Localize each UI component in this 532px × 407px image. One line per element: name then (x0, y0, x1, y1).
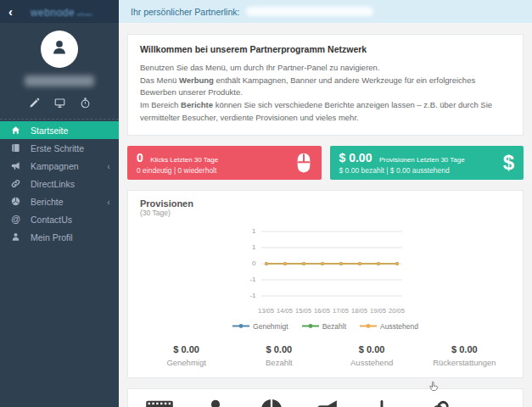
clicks-stat-card: 0 Klicks Letzten 30 Tage 0 eindeutig | 0… (127, 146, 322, 180)
links-chain-icon (412, 396, 468, 407)
chevron-left-icon: ‹ (107, 197, 110, 207)
shortcut-directlinks[interactable]: DirectLinks (412, 396, 468, 407)
y-tick-label: 1 (241, 243, 256, 251)
sidebar: StartseiteErste SchritteKampagnen‹Direct… (0, 23, 119, 407)
pie-chart-icon (10, 197, 21, 206)
y-tick-label: -1 (241, 292, 256, 299)
x-axis-labels: 13/0514/0515/0516/0517/0518/0519/0520/05 (260, 307, 404, 315)
legend-marker (232, 323, 249, 329)
summary-label: Genehmigt (140, 358, 232, 367)
legend-entry-genehmigt: Genehmigt (232, 322, 288, 331)
link-icon (10, 179, 21, 188)
legend-label: Ausstehend (380, 322, 418, 331)
summary-label: Ausstehend (326, 358, 418, 367)
clicks-value: 0 (137, 151, 143, 164)
sidebar-item-erste-schritte[interactable]: Erste Schritte (0, 139, 119, 157)
pencil-icon[interactable] (29, 98, 40, 109)
user-icon (188, 396, 244, 407)
summary-ausstehend: $ 0.00Ausstehend (326, 344, 418, 367)
at-icon: @ (10, 215, 21, 224)
sidebar-item-label: DirectLinks (31, 179, 110, 189)
video-icon (132, 396, 188, 407)
sidebar-item-label: ContactUs (31, 215, 110, 225)
sidebar-item-label: Berichte (31, 197, 107, 207)
summary-label: Bezahlt (232, 358, 325, 367)
summary-value: $ 0.00 (140, 344, 232, 354)
legend-label: Bezahlt (322, 322, 346, 331)
sidebar-item-label: Startseite (31, 125, 110, 136)
home-icon (10, 125, 21, 135)
x-tick-label: 15/05 (294, 307, 314, 315)
sidebar-item-label: Mein Profil (31, 232, 110, 243)
commissions-stat-card: $ 0.00 Provisionen Letzten 30 Tage $ 0.0… (330, 146, 524, 180)
shortcut-berichte[interactable]: Berichte (244, 396, 300, 407)
dollar-icon: $ (503, 151, 514, 175)
sidebar-item-startseite[interactable]: Startseite (0, 121, 119, 139)
pie-chart-icon (244, 396, 300, 407)
sidebar-item-label: Kampagnen (31, 161, 107, 171)
sidebar-item-label: Erste Schritte (31, 143, 110, 153)
shortcut-kampagnen[interactable]: Kampagnen (300, 396, 356, 407)
summary-label: Rückerstattungen (418, 358, 511, 367)
x-tick-label: 20/05 (387, 307, 407, 315)
legend-entry-ausstehend: Ausstehend (360, 322, 418, 331)
sidebar-header: ‹ webnodeaffiliate (0, 0, 119, 23)
topbar: Ihr persönlicher Partnerlink: (119, 0, 532, 23)
sidebar-item-kampagnen[interactable]: Kampagnen‹ (0, 157, 119, 175)
megaphone-icon (10, 161, 21, 170)
commissions-chart-card: Provisionen (30 Tage) 110-1-1 13/0514/05… (127, 190, 524, 378)
x-tick-label: 14/05 (275, 307, 295, 315)
x-tick-label: 19/05 (368, 307, 389, 315)
shortcut-affiliate-panel-tutorial-video[interactable]: Affiliate panel tutorial video (132, 396, 188, 407)
blurred-partner-link[interactable] (246, 7, 373, 16)
avatar[interactable] (41, 31, 78, 68)
clicks-subtitle: 0 eindeutig | 0 wiederholt (137, 166, 218, 176)
y-tick-label: 1 (241, 227, 256, 235)
stopwatch-icon[interactable] (80, 98, 91, 109)
stat-cards-row: 0 Klicks Letzten 30 Tage 0 eindeutig | 0… (127, 146, 524, 180)
summary-genehmigt: $ 0.00Genehmigt (140, 344, 232, 367)
book-icon (10, 143, 21, 153)
user-avatar-icon (50, 38, 69, 60)
megaphone-icon (300, 396, 356, 407)
chart-title: Provisionen (140, 198, 511, 209)
sidebar-divider (0, 119, 119, 120)
user-icon (10, 232, 21, 242)
hand-pointer-icon (356, 396, 412, 407)
welcome-title: Willkommen bei unserem Partnerprogramm N… (140, 44, 511, 54)
commissions-value: $ 0.00 (339, 151, 372, 164)
webnode-logo: webnodeaffiliate (13, 4, 110, 20)
sidebar-item-berichte[interactable]: Berichte‹ (0, 192, 119, 210)
summary-value: $ 0.00 (326, 344, 418, 354)
shortcut-mein-profil[interactable]: Mein Profil (188, 396, 244, 407)
partner-link-label: Ihr persönlicher Partnerlink: (131, 7, 239, 17)
summary-value: $ 0.00 (232, 344, 325, 354)
summary-bezahlt: $ 0.00Bezahlt (232, 344, 325, 367)
x-tick-label: 13/05 (256, 307, 277, 315)
clicks-title: Klicks Letzten 30 Tage (150, 156, 218, 164)
sidebar-menu: StartseiteErste SchritteKampagnen‹Direct… (0, 121, 119, 246)
commissions-subtitle: $ 0.00 bezahlt | $ 0.00 ausstehend (339, 166, 465, 176)
legend-marker (302, 323, 319, 329)
profile-tools (0, 98, 119, 109)
main-content: Willkommen bei unserem Partnerprogramm N… (119, 23, 532, 407)
commissions-title: Provisionen Letzten 30 Tage (379, 156, 465, 164)
blurred-username (25, 75, 94, 86)
monitor-icon[interactable] (54, 98, 65, 109)
commissions-line-chart: 110-1-1 13/0514/0515/0516/0517/0518/0519… (241, 229, 411, 331)
y-tick-label: -1 (241, 276, 256, 283)
summary-r-ckerstattungen: $ 0.00Rückerstattungen (418, 344, 511, 367)
y-tick-label: 0 (241, 259, 256, 267)
commissions-summary-row: $ 0.00Genehmigt$ 0.00Bezahlt$ 0.00Ausste… (140, 344, 511, 369)
sidebar-item-mein-profil[interactable]: Mein Profil (0, 228, 119, 246)
chart-legend: GenehmigtBezahltAusstehend (241, 322, 411, 331)
summary-value: $ 0.00 (418, 344, 511, 354)
mouse-icon (295, 152, 312, 174)
legend-entry-bezahlt: Bezahlt (302, 322, 346, 331)
sidebar-item-contactus[interactable]: @ContactUs (0, 210, 119, 228)
chevron-left-icon: ‹ (107, 161, 110, 171)
y-axis-labels: 110-1-1 (241, 229, 260, 302)
legend-label: Genehmigt (253, 322, 288, 331)
sidebar-item-directlinks[interactable]: DirectLinks (0, 175, 119, 192)
shortcut-banner-links[interactable]: Banner & Links (356, 396, 412, 407)
